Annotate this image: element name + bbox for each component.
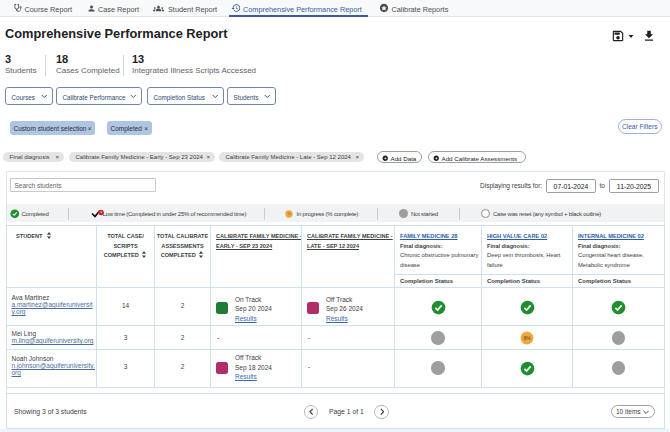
svg-text:%: % bbox=[288, 212, 291, 216]
svg-text:8%: 8% bbox=[523, 336, 531, 341]
